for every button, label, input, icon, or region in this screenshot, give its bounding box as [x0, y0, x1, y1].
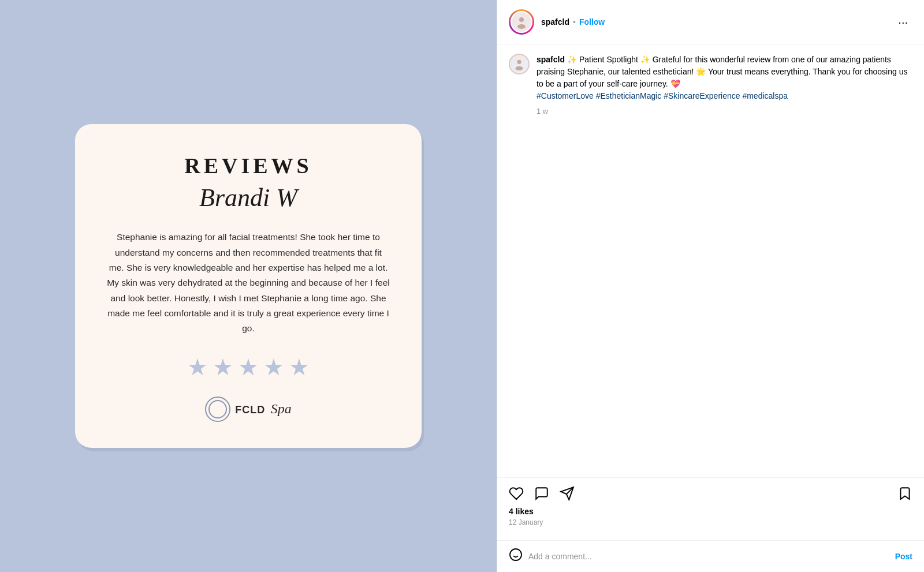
- more-options-button[interactable]: ···: [893, 13, 912, 31]
- caption-time: 1 w: [536, 107, 912, 115]
- caption-area: spafcld✨ Patient Spotlight ✨ Grateful fo…: [497, 44, 924, 477]
- brand-logo: FCLD Spa: [205, 397, 292, 422]
- star-rating: ★ ★ ★ ★ ★: [187, 354, 310, 380]
- comment-button[interactable]: [534, 486, 549, 501]
- star-3: ★: [238, 354, 259, 380]
- review-card: REVIEWS Brandi W Stephanie is amazing fo…: [75, 124, 422, 447]
- brand-spa: Spa: [271, 401, 292, 416]
- caption-text-wrapper: spafcld✨ Patient Spotlight ✨ Grateful fo…: [536, 54, 912, 115]
- post-image-panel: REVIEWS Brandi W Stephanie is amazing fo…: [0, 0, 497, 572]
- follow-button[interactable]: Follow: [579, 17, 605, 27]
- like-button[interactable]: [509, 486, 524, 501]
- brand-name-text: FCLD Spa: [235, 401, 292, 417]
- svg-point-3: [516, 66, 523, 70]
- caption-username: spafcld: [536, 55, 565, 64]
- review-title: REVIEWS: [184, 153, 312, 178]
- post-header: spafcld • Follow ···: [497, 0, 924, 44]
- star-1: ★: [187, 354, 208, 380]
- caption-hashtags: #CustomerLove #EstheticianMagic #Skincar…: [536, 91, 788, 100]
- star-2: ★: [213, 354, 233, 380]
- svg-point-2: [517, 60, 521, 64]
- header-user-info: spafcld • Follow: [541, 17, 893, 27]
- instagram-sidebar: spafcld • Follow ··· spafcld✨ Patient Sp…: [497, 0, 924, 572]
- star-4: ★: [263, 354, 284, 380]
- caption-row: spafcld✨ Patient Spotlight ✨ Grateful fo…: [509, 54, 912, 115]
- post-date: 12 January: [509, 518, 912, 526]
- review-text: Stephanie is amazing for all facial trea…: [107, 230, 390, 336]
- svg-point-0: [519, 17, 524, 22]
- star-5: ★: [289, 354, 310, 380]
- patient-spotlight-label: Patient Spotlight: [579, 55, 638, 64]
- comment-input[interactable]: [528, 552, 889, 561]
- emoji-button[interactable]: [509, 548, 523, 565]
- caption-avatar: [509, 54, 530, 74]
- post-comment-button[interactable]: Post: [895, 552, 912, 561]
- svg-point-1: [517, 24, 526, 29]
- action-icons: [509, 486, 912, 501]
- header-username: spafcld: [541, 17, 569, 27]
- brand-circle-inner: [208, 400, 227, 418]
- actions-bar: 4 likes 12 January: [497, 477, 924, 540]
- svg-point-6: [510, 549, 521, 560]
- comment-row: Post: [497, 540, 924, 572]
- avatar-wrapper: [509, 9, 534, 35]
- bookmark-button[interactable]: [897, 486, 912, 501]
- avatar-gradient-ring: [509, 9, 534, 35]
- avatar: [511, 11, 532, 33]
- likes-count: 4 likes: [509, 507, 912, 516]
- brand-circle-outer: [205, 397, 230, 422]
- header-dot: •: [573, 17, 576, 27]
- reviewer-name: Brandi W: [199, 183, 297, 212]
- share-button[interactable]: [560, 486, 575, 501]
- sparkle-1: ✨: [567, 55, 577, 64]
- caption-main-text: ✨ Patient Spotlight ✨ Grateful for this …: [536, 55, 907, 100]
- brand-fcld: FCLD: [235, 404, 265, 416]
